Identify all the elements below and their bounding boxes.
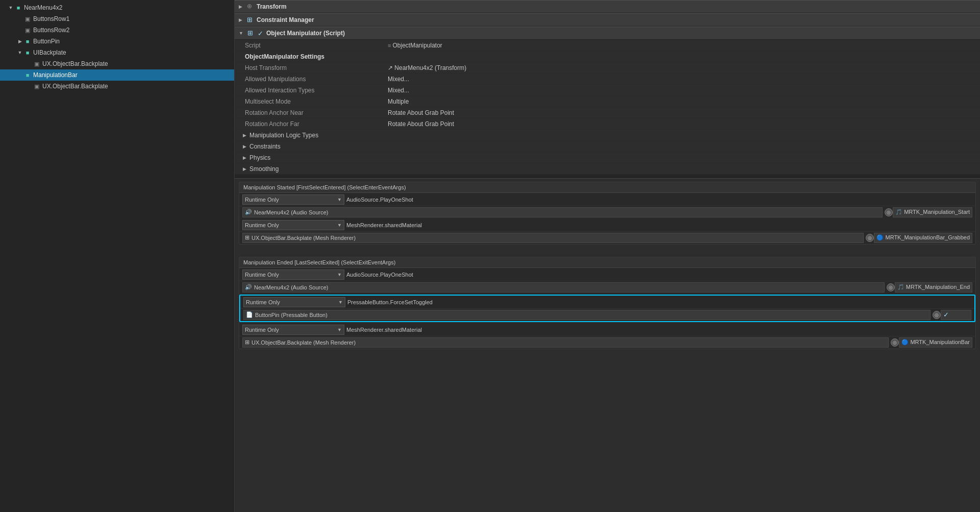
prop-value-5[interactable]: Rotate About Grab Point: [388, 120, 976, 128]
coll-label-1: Constraints: [249, 143, 281, 150]
collapsible-2[interactable]: ▶ Physics: [235, 152, 980, 163]
circle-btn-2c[interactable]: ◎: [891, 338, 899, 347]
object-manipulator-header[interactable]: ▼ ⊞ ✓ Object Manipulator (Script): [235, 27, 980, 40]
val-field-1b: 🔵 MRTK_ManipulationBar_Grabbed: [874, 233, 972, 243]
runtime-only-dd-2c[interactable]: Runtime Only ▼: [242, 325, 344, 335]
highlighted-block: Runtime Only ▼ PressableButton.ForceSetT…: [239, 295, 975, 322]
tree-item-ui-backplate[interactable]: ▼■UIBackplate: [0, 47, 234, 58]
tree-item-buttons-row1[interactable]: ▣ButtonsRow1: [0, 13, 234, 25]
transform-arrow: ▶: [239, 4, 242, 9]
collapsible-0[interactable]: ▶ Manipulation Logic Types: [235, 130, 980, 141]
runtime-only-dd-1b[interactable]: Runtime Only ▼: [242, 220, 344, 230]
obj-field-1b[interactable]: ⊞ UX.ObjectBar.Backplate (Mesh Renderer): [242, 233, 864, 243]
inspector-panel: ▶ ⊕ Transform ▶ ⊞ Constraint Manager ▼ ⊞…: [235, 0, 980, 512]
coll-arrow-0: ▶: [243, 133, 246, 138]
prop-row-5: Rotation Anchor Far Rotate About Grab Po…: [235, 118, 980, 130]
obj-field-2c[interactable]: ⊞ UX.ObjectBar.Backplate (Mesh Renderer): [242, 337, 889, 348]
event-obj-row-2c: ⊞ UX.ObjectBar.Backplate (Mesh Renderer)…: [239, 336, 975, 349]
event-obj-row-2a: 🔊 NearMenu4x2 (Audio Source) ◎ 🎵 MRTK_Ma…: [239, 281, 975, 294]
collapsible-3[interactable]: ▶ Smoothing: [235, 163, 980, 175]
tree-item-ux-objectbar-backplate1[interactable]: ▣UX.ObjectBar.Backplate: [0, 58, 234, 69]
manip-start-header: Manipulation Started [FirstSelectEntered…: [239, 182, 975, 193]
val-field-2a: 🎵 MRTK_Manipulation_End: [895, 282, 972, 292]
spacer2: [235, 352, 980, 362]
func-label-2c: MeshRenderer.sharedMaterial: [346, 327, 972, 333]
tree-arrow: ▼: [16, 49, 23, 56]
tree-label: UX.ObjectBar.Backplate: [42, 83, 108, 90]
tree-arrow-empty: [26, 60, 33, 67]
settings-title: ObjectManipulator Settings: [245, 53, 388, 60]
tree-icon: ▣: [23, 26, 32, 34]
tree-icon: ▣: [33, 82, 41, 90]
event-obj-row-1a: 🔊 NearMenu4x2 (Audio Source) ◎ 🎵 MRTK_Ma…: [239, 206, 975, 218]
tree-label: ManipulationBar: [33, 71, 78, 79]
event-obj-row-2b: 📄 ButtonPin (Pressable Button) ◎ ✓: [240, 309, 974, 321]
separator: [235, 175, 980, 179]
tree-item-near-menu[interactable]: ▼■NearMenu4x2: [0, 2, 234, 13]
transform-title: Transform: [257, 3, 976, 10]
tree-icon: ■: [23, 71, 32, 79]
tree-arrow-empty: [16, 15, 23, 22]
prop-value-1[interactable]: Mixed...: [388, 76, 976, 83]
tree-icon: ■: [23, 37, 32, 45]
tree-label: ButtonPin: [33, 38, 60, 45]
manip-end-event: Manipulation Ended [LastSelectExited] (S…: [239, 257, 976, 349]
func-label-1a: AudioSource.PlayOneShot: [346, 197, 972, 203]
tree-arrow: ▼: [7, 4, 14, 11]
transform-header[interactable]: ▶ ⊕ Transform: [235, 0, 980, 13]
circle-btn-1b[interactable]: ◎: [866, 234, 874, 242]
circle-btn-2b[interactable]: ◎: [933, 311, 941, 319]
prop-label-0: Host Transform: [245, 64, 388, 71]
circle-btn-1a[interactable]: ◎: [885, 208, 893, 216]
circle-btn-2a[interactable]: ◎: [887, 283, 895, 291]
manip-end-header: Manipulation Ended [LastSelectExited] (S…: [239, 257, 975, 268]
obj-field-2a[interactable]: 🔊 NearMenu4x2 (Audio Source): [242, 282, 885, 292]
prop-value-2[interactable]: Mixed...: [388, 87, 976, 94]
audio-icon-2a: 🔊: [245, 284, 252, 290]
prop-row-2: Allowed Interaction Types Mixed...: [235, 85, 980, 96]
prop-label-5: Rotation Anchor Far: [245, 120, 388, 128]
settings-title-row: ObjectManipulator Settings: [235, 51, 980, 62]
func-label-2b: PressableButton.ForceSetToggled: [347, 299, 971, 305]
tree-item-buttons-row2[interactable]: ▣ButtonsRow2: [0, 25, 234, 36]
spacer1: [235, 248, 980, 254]
tree-arrow-empty: [16, 71, 23, 79]
constraint-manager-header[interactable]: ▶ ⊞ Constraint Manager: [235, 13, 980, 27]
tree-label: NearMenu4x2: [24, 4, 62, 11]
tree-label: ButtonsRow2: [33, 27, 69, 34]
tree-item-manipulation-bar[interactable]: ■ManipulationBar: [0, 69, 234, 81]
mesh-icon-2c: ⊞: [245, 339, 249, 346]
prop-value-0[interactable]: ↗ NearMenu4x2 (Transform): [388, 64, 976, 71]
manip-start-event: Manipulation Started [FirstSelectEntered…: [239, 182, 976, 245]
prop-value-3[interactable]: Multiple: [388, 98, 976, 105]
constraint-title: Constraint Manager: [257, 16, 976, 23]
tree-arrow: ▶: [16, 38, 23, 45]
script-row: Script ≡ ObjectManipulator: [235, 40, 980, 51]
script-label: Script: [245, 42, 388, 49]
tree-item-button-pin[interactable]: ▶■ButtonPin: [0, 36, 234, 47]
om-title: Object Manipulator (Script): [266, 30, 976, 37]
constraint-icon: ⊞: [245, 16, 254, 24]
runtime-only-dd-2b[interactable]: Runtime Only ▼: [243, 297, 345, 307]
collapsible-1[interactable]: ▶ Constraints: [235, 141, 980, 152]
prop-label-4: Rotation Anchor Near: [245, 109, 388, 116]
om-arrow: ▼: [239, 31, 243, 36]
obj-field-1a[interactable]: 🔊 NearMenu4x2 (Audio Source): [242, 207, 883, 217]
event-row-1a: Runtime Only ▼ AudioSource.PlayOneShot: [239, 193, 975, 206]
prop-row-0: Host Transform ↗ NearMenu4x2 (Transform): [235, 62, 980, 74]
runtime-only-dd-1a[interactable]: Runtime Only ▼: [242, 194, 344, 205]
tree-label: UX.ObjectBar.Backplate: [42, 60, 108, 67]
runtime-only-dd-2a[interactable]: Runtime Only ▼: [242, 270, 344, 280]
script-value: ≡ ObjectManipulator: [388, 42, 976, 49]
tree-icon: ▣: [33, 60, 41, 68]
tree-item-ux-objectbar-backplate2[interactable]: ▣UX.ObjectBar.Backplate: [0, 81, 234, 92]
obj-field-2b[interactable]: 📄 ButtonPin (Pressable Button): [243, 310, 931, 320]
prop-label-1: Allowed Manipulations: [245, 76, 388, 83]
tree-icon: ■: [14, 4, 22, 12]
tree-label: ButtonsRow1: [33, 15, 69, 22]
om-enabled-check[interactable]: ✓: [258, 30, 263, 37]
script-icon-2b: 📄: [246, 311, 253, 318]
prop-value-4[interactable]: Rotate About Grab Point: [388, 109, 976, 116]
coll-label-0: Manipulation Logic Types: [249, 132, 318, 139]
tree-arrow-empty: [16, 27, 23, 34]
